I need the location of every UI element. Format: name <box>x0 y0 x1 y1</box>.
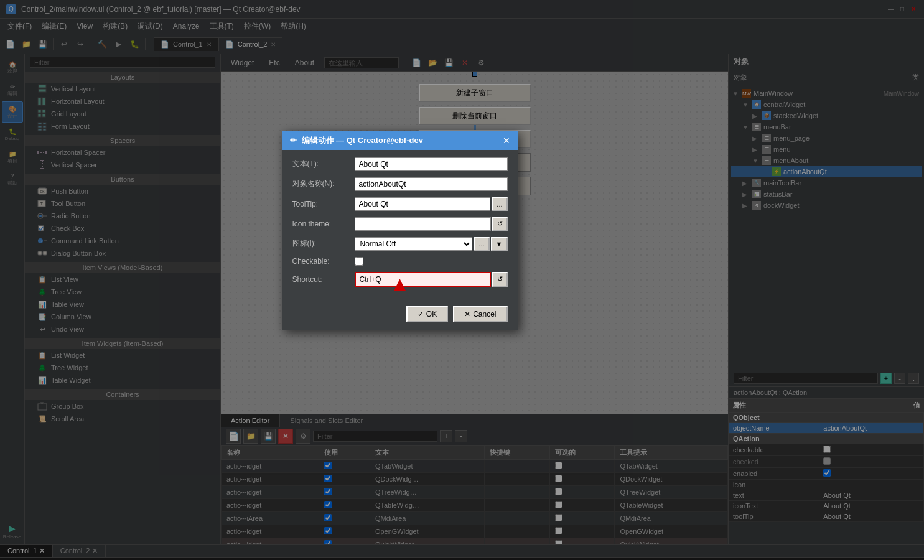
form-input-tooltip[interactable] <box>355 197 491 211</box>
modal-icon: ✏ <box>290 136 297 145</box>
icon-browse-btn[interactable]: ... <box>474 237 489 251</box>
modal-title-text: 编辑动作 — Qt Creator@ebf-dev <box>302 135 423 146</box>
form-row-shortcut: Shortcut: ↺ <box>292 272 508 287</box>
edit-action-dialog: ✏ 编辑动作 — Qt Creator@ebf-dev ✕ 文本(T): 对象名… <box>282 131 518 330</box>
cancel-label: Cancel <box>473 310 496 319</box>
modal-title-bar: ✏ 编辑动作 — Qt Creator@ebf-dev ✕ <box>282 131 518 150</box>
form-input-objname[interactable] <box>355 177 508 191</box>
form-row-text: 文本(T): <box>292 157 508 171</box>
form-select-icon[interactable]: Normal Off Normal On Disabled Off Disabl… <box>355 237 473 251</box>
form-row-checkable: Checkable: <box>292 257 508 266</box>
icon-dropdown-btn[interactable]: ▼ <box>491 237 508 251</box>
form-input-text[interactable] <box>355 157 508 171</box>
modal-overlay[interactable]: ✏ 编辑动作 — Qt Creator@ebf-dev ✕ 文本(T): 对象名… <box>0 0 924 560</box>
form-row-objname: 对象名称(N): <box>292 177 508 191</box>
form-label-icontheme: Icon theme: <box>292 220 355 228</box>
modal-close-button[interactable]: ✕ <box>503 136 510 146</box>
form-input-shortcut[interactable] <box>355 272 491 287</box>
form-label-checkable: Checkable: <box>292 257 355 266</box>
form-label-text: 文本(T): <box>292 159 355 169</box>
ok-label: OK <box>426 310 437 319</box>
modal-button-row: ✓ OK ✕ Cancel <box>282 301 518 330</box>
form-row-icon: 图标(I): Normal Off Normal On Disabled Off… <box>292 237 508 251</box>
tooltip-browse-btn[interactable]: ... <box>492 197 507 211</box>
form-input-icontheme[interactable] <box>355 217 491 231</box>
modal-ok-button[interactable]: ✓ OK <box>406 306 448 322</box>
form-row-tooltip: ToolTip: ... <box>292 197 508 211</box>
shortcut-reset-btn[interactable]: ↺ <box>492 272 508 287</box>
cancel-x-icon: ✕ <box>464 310 470 319</box>
form-checkbox-checkable[interactable] <box>355 257 363 266</box>
icontheme-reset-btn[interactable]: ↺ <box>492 217 508 231</box>
form-label-icon: 图标(I): <box>292 238 355 249</box>
modal-body: 文本(T): 对象名称(N): ToolTip: ... Icon theme: <box>282 150 518 301</box>
form-row-icontheme: Icon theme: ↺ <box>292 217 508 231</box>
form-label-shortcut: Shortcut: <box>292 275 355 284</box>
modal-cancel-button[interactable]: ✕ Cancel <box>453 306 507 322</box>
form-label-tooltip: ToolTip: <box>292 200 355 208</box>
form-label-objname: 对象名称(N): <box>292 179 355 189</box>
ok-checkmark-icon: ✓ <box>418 310 424 319</box>
